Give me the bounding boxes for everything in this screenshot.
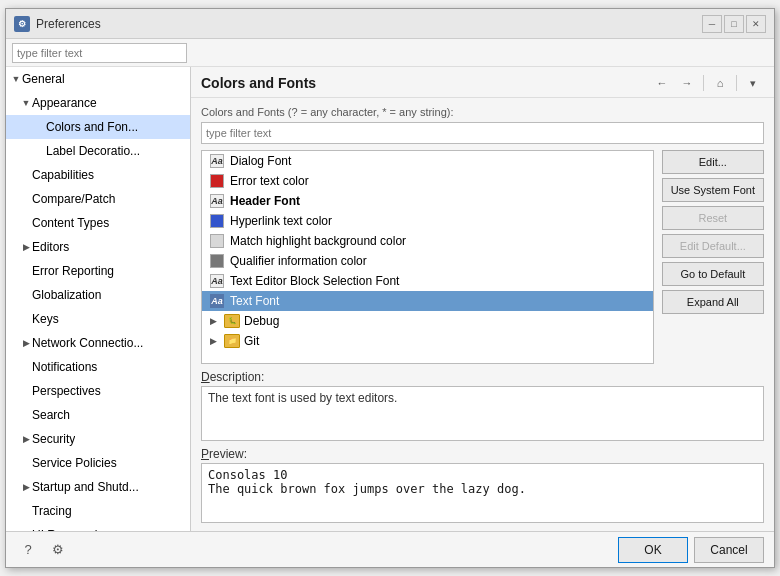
color-item-match-highlight[interactable]: Match highlight background color — [202, 231, 653, 251]
preferences-window: ⚙ Preferences ─ □ ✕ ▼ General ▼ — [5, 8, 775, 568]
panel-content: Colors and Fonts (? = any character, * =… — [191, 98, 774, 531]
sidebar-item-search[interactable]: Search — [6, 403, 190, 427]
sidebar-item-content-types[interactable]: Content Types — [6, 211, 190, 235]
sidebar-item-startup[interactable]: ▶ Startup and Shutd... — [6, 475, 190, 499]
go-to-default-button[interactable]: Go to Default — [662, 262, 764, 286]
bottom-left: ? ⚙ — [16, 538, 70, 562]
header-font-swatch: Aa — [210, 194, 224, 208]
sidebar-item-security[interactable]: ▶ Security — [6, 427, 190, 451]
reset-button[interactable]: Reset — [662, 206, 764, 230]
git-arrow: ▶ — [210, 336, 222, 346]
sidebar-item-colors-and-fonts[interactable]: Colors and Fon... — [6, 115, 190, 139]
description-label: Description: — [201, 370, 764, 384]
description-section: Description: The text font is used by te… — [201, 370, 764, 441]
preview-label: Preview: — [201, 447, 764, 461]
preferences-button[interactable]: ⚙ — [46, 538, 70, 562]
error-text-swatch — [210, 174, 224, 188]
toolbar — [6, 39, 774, 67]
preview-box: Consolas 10 The quick brown fox jumps ov… — [201, 463, 764, 523]
sidebar-item-tracing[interactable]: Tracing — [6, 499, 190, 523]
help-button[interactable]: ? — [16, 538, 40, 562]
sidebar-filter-input[interactable] — [12, 43, 187, 63]
text-editor-block-swatch: Aa — [210, 274, 224, 288]
debug-arrow: ▶ — [210, 316, 222, 326]
sidebar-item-appearance[interactable]: ▼ Appearance — [6, 91, 190, 115]
sidebar-item-capabilities[interactable]: Capabilities — [6, 163, 190, 187]
color-item-header-font[interactable]: Aa Header Font — [202, 191, 653, 211]
preview-line2: The quick brown fox jumps over the lazy … — [208, 482, 757, 496]
use-system-font-button[interactable]: Use System Font — [662, 178, 764, 202]
toolbar-separator2 — [736, 75, 737, 91]
panel-header: Colors and Fonts ← → ⌂ ▾ — [191, 67, 774, 98]
colors-filter-input[interactable] — [201, 122, 764, 144]
preview-line1: Consolas 10 — [208, 468, 757, 482]
sidebar-item-service-policies[interactable]: Service Policies — [6, 451, 190, 475]
expand-arrow-editors: ▶ — [20, 242, 32, 252]
preview-section: Preview: Consolas 10 The quick brown fox… — [201, 447, 764, 523]
color-item-text-font[interactable]: Aa Text Font — [202, 291, 653, 311]
panel-toolbar: ← → ⌂ ▾ — [651, 73, 764, 93]
menu-button[interactable]: ▾ — [742, 73, 764, 93]
sidebar-item-notifications[interactable]: Notifications — [6, 355, 190, 379]
edit-button[interactable]: Edit... — [662, 150, 764, 174]
sidebar-item-ui-responsiveness[interactable]: UI Responsiveness... — [6, 523, 190, 531]
text-font-swatch: Aa — [210, 294, 224, 308]
colors-tree-list[interactable]: Aa Dialog Font Error text color Aa Heade… — [201, 150, 654, 364]
panel-title: Colors and Fonts — [201, 75, 316, 91]
color-item-text-editor-block[interactable]: Aa Text Editor Block Selection Font — [202, 271, 653, 291]
dialog-font-swatch: Aa — [210, 154, 224, 168]
group-item-git[interactable]: ▶ 📁 Git — [202, 331, 653, 351]
close-button[interactable]: ✕ — [746, 15, 766, 33]
ok-button[interactable]: OK — [618, 537, 688, 563]
sidebar-item-perspectives[interactable]: Perspectives — [6, 379, 190, 403]
right-panel: Colors and Fonts ← → ⌂ ▾ Colors and Font… — [191, 67, 774, 531]
window-icon: ⚙ — [14, 16, 30, 32]
sidebar-item-compare-patch[interactable]: Compare/Patch — [6, 187, 190, 211]
sidebar-item-general[interactable]: ▼ General — [6, 67, 190, 91]
maximize-button[interactable]: □ — [724, 15, 744, 33]
git-icon: 📁 — [224, 334, 240, 348]
back-button[interactable]: ← — [651, 73, 673, 93]
expand-arrow-appearance: ▼ — [20, 98, 32, 108]
window-title: Preferences — [36, 17, 702, 31]
bottom-right: OK Cancel — [618, 537, 764, 563]
color-item-dialog-font[interactable]: Aa Dialog Font — [202, 151, 653, 171]
home-button[interactable]: ⌂ — [709, 73, 731, 93]
bottom-bar: ? ⚙ OK Cancel — [6, 531, 774, 567]
match-highlight-swatch — [210, 234, 224, 248]
color-item-error-text[interactable]: Error text color — [202, 171, 653, 191]
sidebar-item-editors[interactable]: ▶ Editors — [6, 235, 190, 259]
debug-icon: 🐛 — [224, 314, 240, 328]
group-item-debug[interactable]: ▶ 🐛 Debug — [202, 311, 653, 331]
action-buttons: Edit... Use System Font Reset Edit Defau… — [662, 150, 764, 364]
forward-button[interactable]: → — [676, 73, 698, 93]
sidebar-item-keys[interactable]: Keys — [6, 307, 190, 331]
toolbar-separator — [703, 75, 704, 91]
expand-arrow-general: ▼ — [10, 74, 22, 84]
title-bar: ⚙ Preferences ─ □ ✕ — [6, 9, 774, 39]
color-item-qualifier[interactable]: Qualifier information color — [202, 251, 653, 271]
description-box: The text font is used by text editors. — [201, 386, 764, 441]
qualifier-swatch — [210, 254, 224, 268]
cancel-button[interactable]: Cancel — [694, 537, 764, 563]
sidebar-item-globalization[interactable]: Globalization — [6, 283, 190, 307]
expand-all-button[interactable]: Expand All — [662, 290, 764, 314]
sidebar-item-network-connections[interactable]: ▶ Network Connectio... — [6, 331, 190, 355]
colors-container: Aa Dialog Font Error text color Aa Heade… — [201, 150, 764, 364]
sidebar-item-label-decorations[interactable]: Label Decoratio... — [6, 139, 190, 163]
edit-default-button[interactable]: Edit Default... — [662, 234, 764, 258]
sidebar: ▼ General ▼ Appearance Colors and Fon... — [6, 67, 191, 531]
main-area: ▼ General ▼ Appearance Colors and Fon... — [6, 67, 774, 531]
hyperlink-swatch — [210, 214, 224, 228]
sidebar-item-error-reporting[interactable]: Error Reporting — [6, 259, 190, 283]
color-item-hyperlink[interactable]: Hyperlink text color — [202, 211, 653, 231]
window-controls: ─ □ ✕ — [702, 15, 766, 33]
filter-description: Colors and Fonts (? = any character, * =… — [201, 106, 764, 118]
minimize-button[interactable]: ─ — [702, 15, 722, 33]
